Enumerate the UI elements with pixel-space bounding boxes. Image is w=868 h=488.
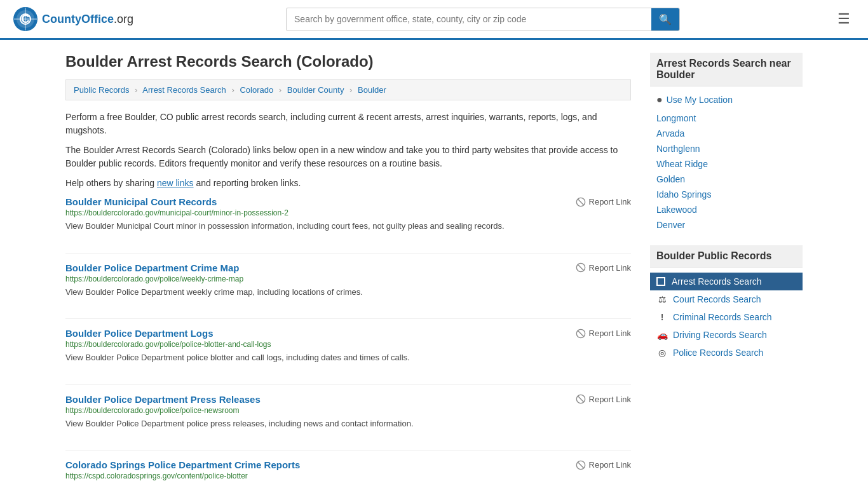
police-records-link[interactable]: Police Records Search xyxy=(673,348,763,358)
list-item: Lakewood xyxy=(650,202,803,217)
breadcrumb-colorado[interactable]: Colorado xyxy=(240,85,273,95)
criminal-icon: ! xyxy=(656,312,668,322)
record-header: Boulder Police Department Logs Report Li… xyxy=(65,328,631,339)
list-item-court-records[interactable]: ⚖ Court Records Search xyxy=(650,290,803,308)
logo-area[interactable]: C CountyOffice.org xyxy=(13,6,133,32)
list-item: Wheat Ridge xyxy=(650,156,803,172)
record-title[interactable]: Boulder Police Department Crime Map xyxy=(65,262,239,273)
breadcrumb-boulder[interactable]: Boulder xyxy=(358,85,386,95)
record-header: Boulder Police Department Crime Map Repo… xyxy=(65,262,631,273)
svg-line-7 xyxy=(578,199,583,205)
report-icon xyxy=(576,329,586,339)
list-item: Golden xyxy=(650,172,803,187)
list-item: Longmont xyxy=(650,111,803,126)
court-records-link[interactable]: Court Records Search xyxy=(673,294,761,304)
checkbox-icon xyxy=(656,277,665,286)
nearby-city-link[interactable]: Lakewood xyxy=(656,205,697,215)
record-entry: Colorado Springs Police Department Crime… xyxy=(65,459,631,488)
breadcrumb-arrest-records[interactable]: Arrest Records Search xyxy=(142,85,226,95)
nearby-city-link[interactable]: Golden xyxy=(656,174,685,184)
report-link[interactable]: Report Link xyxy=(576,262,631,273)
sidebar: Arrest Records Search near Boulder ● Use… xyxy=(650,53,803,488)
police-icon: ◎ xyxy=(656,348,668,358)
main-container: Boulder Arrest Records Search (Colorado)… xyxy=(53,40,815,488)
search-button[interactable]: 🔍 xyxy=(651,8,679,30)
list-item: Arvada xyxy=(650,126,803,141)
breadcrumb-sep-2: › xyxy=(231,85,234,95)
record-desc: View Boulder Police Department weekly cr… xyxy=(65,286,631,299)
court-icon: ⚖ xyxy=(656,294,668,304)
list-item-arrest-records[interactable]: Arrest Records Search xyxy=(650,273,803,290)
report-icon xyxy=(576,262,586,273)
nearby-cities-list: Longmont Arvada Northglenn Wheat Ridge G… xyxy=(650,111,803,233)
record-title[interactable]: Boulder Municipal Court Records xyxy=(65,196,217,207)
nearby-section-title: Arrest Records Search near Boulder xyxy=(650,53,803,86)
list-item: Northglenn xyxy=(650,141,803,156)
nearby-city-link[interactable]: Longmont xyxy=(656,113,696,123)
help-text: Help others by sharing new links and rep… xyxy=(65,177,631,190)
record-header: Boulder Police Department Press Releases… xyxy=(65,394,631,405)
driving-icon: 🚗 xyxy=(656,330,668,340)
report-link[interactable]: Report Link xyxy=(576,329,631,339)
report-icon xyxy=(576,394,586,404)
record-header: Boulder Municipal Court Records Report L… xyxy=(65,196,631,207)
record-desc: View Boulder Municipal Court minor in po… xyxy=(65,220,631,233)
nearby-city-link[interactable]: Northglenn xyxy=(656,144,700,154)
search-bar: 🔍 xyxy=(286,8,680,31)
report-link[interactable]: Report Link xyxy=(576,394,631,404)
record-url: https://bouldercolorado.gov/municipal-co… xyxy=(65,208,631,217)
content-area: Boulder Arrest Records Search (Colorado)… xyxy=(65,53,631,488)
use-location-link[interactable]: Use My Location xyxy=(667,95,733,105)
arrest-records-link[interactable]: Arrest Records Search xyxy=(672,276,762,287)
public-records-list: Arrest Records Search ⚖ Court Records Se… xyxy=(650,273,803,362)
record-title[interactable]: Boulder Police Department Logs xyxy=(65,328,214,339)
search-input[interactable] xyxy=(287,9,651,29)
report-link[interactable]: Report Link xyxy=(576,197,631,207)
report-link[interactable]: Report Link xyxy=(576,460,631,470)
logo-text: CountyOffice.org xyxy=(42,13,133,26)
record-header: Colorado Springs Police Department Crime… xyxy=(65,459,631,470)
list-item-police-records[interactable]: ◎ Police Records Search xyxy=(650,344,803,362)
breadcrumb-sep-4: › xyxy=(349,85,352,95)
new-links-link[interactable]: new links xyxy=(157,178,194,188)
record-entry: Boulder Police Department Press Releases… xyxy=(65,394,631,437)
breadcrumb-public-records[interactable]: Public Records xyxy=(74,85,129,95)
list-item: Idaho Springs xyxy=(650,187,803,202)
record-title[interactable]: Boulder Police Department Press Releases xyxy=(65,394,261,405)
criminal-records-link[interactable]: Criminal Records Search xyxy=(673,312,772,322)
public-records-section-title: Boulder Public Records xyxy=(650,245,803,268)
record-url: https://bouldercolorado.gov/police/polic… xyxy=(65,406,631,415)
breadcrumb: Public Records › Arrest Records Search ›… xyxy=(65,79,631,100)
list-item-driving-records[interactable]: 🚗 Driving Records Search xyxy=(650,326,803,344)
record-entry: Boulder Police Department Crime Map Repo… xyxy=(65,262,631,305)
record-desc: View Boulder Police Department police pr… xyxy=(65,417,631,430)
description-1: Perform a free Boulder, CO public arrest… xyxy=(65,111,631,137)
report-icon xyxy=(576,197,586,207)
breadcrumb-boulder-county[interactable]: Boulder County xyxy=(287,85,344,95)
logo-icon: C xyxy=(13,6,38,32)
nearby-city-link[interactable]: Idaho Springs xyxy=(656,189,711,200)
record-entry: Boulder Municipal Court Records Report L… xyxy=(65,196,631,239)
page-title: Boulder Arrest Records Search (Colorado) xyxy=(65,53,631,71)
site-header: C CountyOffice.org 🔍 ☰ xyxy=(0,0,868,40)
record-desc: View Boulder Police Department police bl… xyxy=(65,351,631,364)
description-2: The Boulder Arrest Records Search (Color… xyxy=(65,144,631,170)
record-url: https://bouldercolorado.gov/police/polic… xyxy=(65,340,631,349)
nearby-city-link[interactable]: Denver xyxy=(656,220,685,230)
nearby-city-link[interactable]: Arvada xyxy=(656,128,684,139)
driving-records-link[interactable]: Driving Records Search xyxy=(673,330,767,340)
nearby-city-link[interactable]: Wheat Ridge xyxy=(656,159,708,169)
record-title[interactable]: Colorado Springs Police Department Crime… xyxy=(65,459,300,470)
records-list: Boulder Municipal Court Records Report L… xyxy=(65,196,631,488)
record-url: https://bouldercolorado.gov/police/weekl… xyxy=(65,274,631,283)
record-url: https://cspd.coloradosprings.gov/content… xyxy=(65,471,631,480)
svg-line-9 xyxy=(578,264,583,270)
breadcrumb-sep-1: › xyxy=(135,85,137,95)
use-location[interactable]: ● Use My Location xyxy=(650,92,803,108)
location-pin-icon: ● xyxy=(656,94,663,105)
list-item-criminal-records[interactable]: ! Criminal Records Search xyxy=(650,308,803,326)
svg-line-13 xyxy=(578,396,583,402)
list-item: Denver xyxy=(650,217,803,233)
menu-button[interactable]: ☰ xyxy=(832,8,855,30)
record-entry: Boulder Police Department Logs Report Li… xyxy=(65,328,631,370)
